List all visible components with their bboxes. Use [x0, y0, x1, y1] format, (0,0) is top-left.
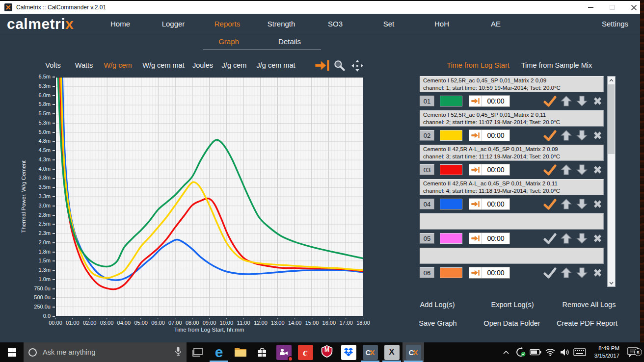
apply-check-icon[interactable] [543, 130, 557, 141]
tab-jg-cem-mat[interactable]: J/g cem mat [257, 61, 295, 69]
shift-time-icon[interactable] [315, 59, 329, 74]
tab-wg-cem[interactable]: W/g cem [104, 61, 132, 69]
log-entry-info[interactable] [420, 248, 604, 264]
tab-joules[interactable]: Joules [192, 61, 213, 69]
nav-set[interactable]: Set [383, 20, 395, 28]
time-offset-value[interactable]: 00:00 [482, 234, 510, 242]
channel-number[interactable]: 04 [420, 199, 434, 209]
battery-icon[interactable] [528, 349, 543, 356]
keyboard-icon[interactable] [572, 348, 587, 356]
nav-reports[interactable]: Reports [215, 20, 241, 28]
nav-logger[interactable]: Logger [162, 20, 185, 28]
remove-log-icon[interactable] [591, 267, 604, 279]
tab-time-from-sample-mix[interactable]: Time from Sample Mix [521, 61, 592, 69]
scrollbar-thumb[interactable] [608, 84, 615, 154]
task-view-icon[interactable] [187, 342, 208, 362]
microphone-icon[interactable] [175, 346, 182, 358]
volume-icon[interactable] [558, 348, 572, 356]
scroll-up-icon[interactable] [608, 77, 615, 84]
nav-home[interactable]: Home [110, 20, 130, 28]
mcafee-icon[interactable] [316, 342, 338, 362]
tab-watts[interactable]: Watts [75, 61, 93, 69]
scroll-down-icon[interactable] [608, 279, 615, 286]
create-pdf-report-button[interactable]: Create PDF Report [557, 319, 617, 327]
remove-log-icon[interactable] [591, 129, 604, 141]
move-up-icon[interactable] [560, 129, 572, 141]
add-logs-button[interactable]: Add Log(s) [420, 301, 455, 309]
time-offset-field[interactable]: 00:00 [469, 267, 510, 279]
pan-icon[interactable] [351, 59, 364, 74]
nav-strength[interactable]: Strength [268, 20, 295, 28]
series-color-swatch[interactable] [440, 267, 462, 278]
time-offset-field[interactable]: 00:00 [469, 129, 510, 141]
minimize-button[interactable] [587, 4, 594, 11]
apply-check-icon[interactable] [543, 164, 557, 176]
open-data-folder-button[interactable]: Open Data Folder [483, 319, 540, 327]
calcommander-taskbar-icon[interactable] [359, 342, 381, 362]
move-down-icon[interactable] [576, 95, 588, 107]
tab-wg-cem-mat[interactable]: W/g cem mat [142, 61, 184, 69]
remove-log-icon[interactable] [591, 233, 604, 244]
red-c-app-icon[interactable] [295, 342, 316, 362]
move-up-icon[interactable] [560, 95, 572, 107]
tab-volts[interactable]: Volts [45, 61, 60, 69]
time-offset-field[interactable]: 00:00 [469, 233, 510, 244]
channel-number[interactable]: 02 [420, 130, 434, 141]
move-down-icon[interactable] [576, 233, 588, 244]
move-up-icon[interactable] [560, 164, 572, 176]
apply-check-icon[interactable] [543, 199, 557, 210]
x-app-icon[interactable] [381, 342, 402, 362]
apply-check-icon[interactable] [543, 233, 557, 244]
log-entry-info[interactable]: Cemento I 52,5R_ac 0,45_SP 0,01_Matrix 2… [420, 110, 604, 127]
move-up-icon[interactable] [560, 198, 572, 210]
series-color-swatch[interactable] [440, 130, 462, 141]
tab-details[interactable]: Details [278, 37, 301, 46]
tab-graph[interactable]: Graph [218, 37, 239, 46]
nav-so3[interactable]: SO3 [328, 20, 343, 28]
remove-all-logs-button[interactable]: Remove All Logs [563, 301, 616, 309]
time-offset-value[interactable]: 00:00 [482, 200, 510, 208]
move-up-icon[interactable] [560, 267, 572, 279]
time-offset-field[interactable]: 00:00 [469, 164, 510, 176]
video-app-icon[interactable] [273, 342, 295, 362]
nav-ae[interactable]: AE [491, 20, 501, 28]
time-offset-value[interactable]: 00:00 [482, 166, 510, 174]
channel-number[interactable]: 06 [420, 267, 434, 278]
save-graph-button[interactable]: Save Graph [419, 319, 456, 327]
time-offset-value[interactable]: 00:00 [482, 269, 510, 277]
time-offset-value[interactable]: 00:00 [482, 97, 510, 105]
dropbox-icon[interactable] [338, 342, 359, 362]
channel-number[interactable]: 05 [420, 233, 434, 244]
remove-log-icon[interactable] [591, 198, 604, 210]
wifi-icon[interactable] [543, 348, 558, 356]
move-down-icon[interactable] [576, 267, 588, 279]
nav-hoh[interactable]: HoH [434, 20, 449, 28]
channel-number[interactable]: 03 [420, 164, 434, 175]
series-color-swatch[interactable] [440, 233, 462, 244]
log-entry-info[interactable]: Cemento II 42,5R A-L_ac 0,45_SP 0,01_Mat… [420, 145, 604, 161]
apply-check-icon[interactable] [543, 96, 557, 107]
log-entry-info[interactable]: Cemento I 52,5R_ac 0,45_SP 0,01_Matrix 2… [420, 76, 604, 92]
log-list-scrollbar[interactable] [607, 76, 616, 287]
series-color-swatch[interactable] [440, 199, 462, 209]
action-center-icon[interactable]: 5 [621, 347, 644, 358]
time-offset-field[interactable]: 00:00 [469, 95, 510, 107]
calcommander-active-icon[interactable] [402, 342, 424, 362]
log-entry-info[interactable]: Cemento II 42,5R A-L_ac 0,45_SP 0,01_Mat… [420, 179, 604, 195]
move-up-icon[interactable] [560, 233, 572, 244]
zoom-icon[interactable] [333, 59, 346, 74]
close-button[interactable] [630, 4, 637, 11]
log-entry-info[interactable] [420, 213, 604, 230]
channel-number[interactable]: 01 [420, 96, 434, 106]
remove-log-icon[interactable] [591, 95, 604, 107]
clock[interactable]: 8:49 PM 3/15/2017 [587, 345, 621, 360]
series-color-swatch[interactable] [440, 164, 462, 175]
nav-settings[interactable]: Settings [602, 20, 628, 28]
edge-icon[interactable] [208, 342, 230, 362]
export-logs-button[interactable]: Export Log(s) [491, 301, 534, 309]
series-color-swatch[interactable] [440, 96, 462, 106]
move-down-icon[interactable] [576, 129, 588, 141]
apply-check-icon[interactable] [543, 267, 557, 279]
store-icon[interactable] [251, 342, 273, 362]
file-explorer-icon[interactable] [230, 342, 251, 362]
